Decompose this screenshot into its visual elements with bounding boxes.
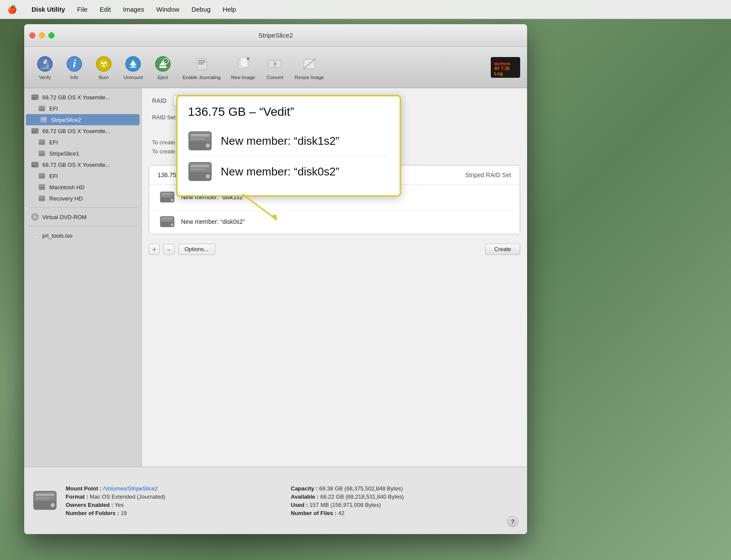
- sidebar-item-recovery-hd[interactable]: Recovery HD: [24, 193, 141, 204]
- sidebar-item-prltools[interactable]: prl_tools.iso: [24, 230, 141, 241]
- sidebar-item-efi1[interactable]: EFI: [24, 103, 141, 114]
- raid-member-1[interactable]: New member: “disk0s2”: [149, 210, 520, 234]
- mount-point-label: Mount Point :: [66, 485, 102, 492]
- callout-popup: 136.75 GB – “Vedit” New member: “disk1s2…: [176, 95, 401, 197]
- svg-point-41: [37, 165, 38, 167]
- callout-member-1: New member: “disk0s2”: [188, 156, 389, 187]
- sidebar-item-text-efi3: EFI: [49, 173, 58, 179]
- menubar-debug[interactable]: Debug: [189, 5, 213, 14]
- sidebar-item-disk3[interactable]: 68.72 GB OS X Yosemite...: [24, 159, 141, 170]
- sidebar-item-text-ss2: StripeSlice2: [51, 117, 81, 123]
- minimize-button[interactable]: [39, 32, 45, 38]
- toolbar-new-image-button[interactable]: + New Image: [227, 52, 260, 83]
- format-value: Mac OS Extended (Journaled): [90, 493, 165, 500]
- folders-value: 19: [121, 510, 127, 516]
- callout-title: 136.75 GB – “Vedit”: [188, 105, 389, 119]
- menubar-file[interactable]: File: [75, 5, 90, 14]
- svg-point-27: [37, 98, 38, 99]
- mount-point-value[interactable]: /Volumes/StripeSlice2: [103, 485, 158, 492]
- svg-rect-15: [198, 60, 205, 61]
- burn-label: Burn: [99, 75, 108, 80]
- toolbar-verify-button[interactable]: 🔬 Verify: [31, 52, 59, 83]
- svg-point-81: [51, 503, 55, 507]
- sidebar-item-stripeslice1[interactable]: StripeSlice1: [24, 148, 141, 159]
- statusbar: Mount Point : /Volumes/StripeSlice2 Capa…: [24, 467, 527, 534]
- apple-menu[interactable]: 🍎: [5, 4, 19, 15]
- toolbar-journaling-button[interactable]: Enable Journaling: [178, 52, 225, 83]
- iso-icon: [31, 232, 39, 239]
- disk-utility-window: StripeSlice2 🔬 Verify i Info: [24, 24, 527, 534]
- remove-button[interactable]: –: [163, 244, 175, 255]
- efi3-partition-icon: [38, 172, 46, 180]
- capacity-value: 68.38 GB (68,375,502,848 Bytes): [319, 485, 403, 492]
- eject-label: Eject: [157, 75, 168, 80]
- log-label: Log: [494, 71, 503, 76]
- svg-rect-57: [162, 193, 173, 194]
- svg-rect-31: [41, 120, 47, 122]
- sidebar-item-disk2[interactable]: 68.72 GB OS X Yosemite...: [24, 125, 141, 137]
- menubar-window[interactable]: Window: [154, 5, 181, 14]
- callout-member-0: New member: “disk1s2”: [188, 126, 389, 156]
- options-button[interactable]: Options...: [178, 244, 215, 255]
- macos-partition-icon: [38, 183, 46, 191]
- status-files: Number of Files : 42: [291, 510, 499, 516]
- svg-point-64: [171, 223, 173, 226]
- format-label: Format :: [66, 493, 88, 500]
- statusbar-disk-icon: [33, 490, 57, 512]
- available-value: 68.22 GB (68,218,531,840 Bytes): [320, 493, 404, 500]
- bottom-controls: + – Options... Create: [142, 239, 527, 259]
- svg-point-59: [171, 199, 173, 201]
- unmount-label: Unmount: [124, 75, 143, 80]
- toolbar-burn-button[interactable]: ☢ Burn: [90, 52, 118, 83]
- toolbar-info-button[interactable]: i Info: [60, 52, 88, 83]
- toolbar-log-button[interactable]: WARNIN AY 7:36 Log: [491, 57, 520, 78]
- disk3-icon: [31, 161, 39, 169]
- sidebar-item-stripeslice2[interactable]: StripeSlice2: [26, 114, 140, 125]
- help-button[interactable]: ?: [507, 516, 518, 527]
- partition-icon-selected: [40, 116, 48, 124]
- callout-disk-icon-1: [188, 161, 212, 182]
- resize-icon: [300, 55, 318, 73]
- eject-icon: ✓: [154, 55, 172, 73]
- svg-rect-63: [162, 220, 170, 221]
- close-button[interactable]: [29, 32, 35, 38]
- svg-rect-80: [35, 497, 50, 499]
- sidebar-item-text-iso: prl_tools.iso: [42, 232, 72, 239]
- status-owners: Owners Enabled : Yes: [66, 502, 273, 508]
- maximize-button[interactable]: [48, 32, 54, 38]
- menubar-images[interactable]: Images: [121, 5, 146, 14]
- svg-rect-16: [198, 62, 205, 63]
- info-label: Info: [70, 75, 78, 80]
- callout-member-text-1: New member: “disk0s2”: [221, 165, 340, 178]
- content-area: 68.72 GB OS X Yosemite... EFI StripeSlic…: [24, 88, 527, 467]
- new-image-label: New Image: [231, 75, 255, 80]
- sidebar-item-efi3[interactable]: EFI: [24, 170, 141, 181]
- add-button[interactable]: +: [149, 244, 160, 255]
- menubar: 🍎 Disk Utility File Edit Images Window D…: [0, 0, 731, 19]
- files-value: 42: [338, 510, 344, 516]
- sidebar-item-efi2[interactable]: EFI: [24, 137, 141, 148]
- resize-label: Resize Image: [295, 75, 324, 80]
- sidebar-item-text-ss1: StripeSlice1: [49, 150, 79, 157]
- disk2-icon: [31, 127, 39, 135]
- sidebar-item-dvdrom[interactable]: Virtual DVD-ROM: [24, 211, 141, 223]
- raid-set-type: Striped RAID Set: [465, 172, 511, 178]
- files-label: Number of Files :: [291, 510, 337, 516]
- menubar-app-name[interactable]: Disk Utility: [29, 5, 67, 14]
- callout-arrow: [238, 192, 290, 226]
- toolbar-eject-button[interactable]: ✓ Eject: [149, 52, 177, 83]
- toolbar-resize-button[interactable]: Resize Image: [290, 52, 328, 83]
- dvd-icon: [31, 213, 39, 221]
- svg-rect-21: [268, 60, 274, 68]
- toolbar-unmount-button[interactable]: Unmount: [119, 52, 147, 83]
- svg-point-74: [206, 174, 210, 178]
- create-button[interactable]: Create: [485, 244, 520, 255]
- menubar-edit[interactable]: Edit: [98, 5, 113, 14]
- svg-rect-29: [39, 108, 45, 111]
- log-warning-text: WARNIN: [494, 62, 510, 66]
- toolbar-convert-button[interactable]: Convert: [261, 52, 289, 83]
- svg-text:✓: ✓: [164, 59, 168, 64]
- menubar-help[interactable]: Help: [220, 5, 238, 14]
- sidebar-item-disk1[interactable]: 68.72 GB OS X Yosemite...: [24, 92, 141, 103]
- sidebar-item-macintosh-hd[interactable]: Macintosh HD: [24, 181, 141, 193]
